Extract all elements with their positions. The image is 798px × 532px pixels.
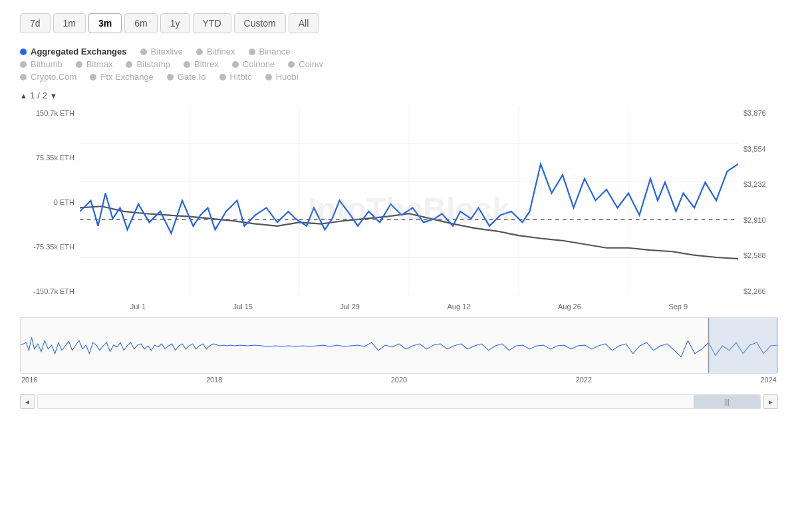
page-indicator: ▲ 1 / 2 ▼ bbox=[0, 88, 798, 106]
legend-label-huobi: Huobi bbox=[276, 72, 299, 82]
nav-x-label: 2022 bbox=[576, 376, 592, 384]
time-btn-6m[interactable]: 6m bbox=[124, 13, 157, 33]
legend-label-ftx: Ftx Exchange bbox=[100, 72, 154, 82]
time-btn-7d[interactable]: 7d bbox=[20, 13, 51, 33]
scrollbar-container: ◄ ||| ► bbox=[0, 392, 798, 412]
legend-dot-cryptocom bbox=[20, 74, 27, 80]
nav-x-label: 2024 bbox=[761, 376, 777, 384]
legend-item-ftx[interactable]: Ftx Exchange bbox=[90, 72, 154, 82]
legend-label-bittrex: Bittrex bbox=[194, 59, 219, 69]
y-right-label: $2,266 bbox=[743, 287, 778, 295]
y-right-label: $3,876 bbox=[743, 109, 778, 117]
y-left-label: 150.7k ETH bbox=[20, 109, 74, 117]
y-left-label: 75.35k ETH bbox=[20, 154, 74, 162]
legend-dot-bithumb bbox=[20, 61, 27, 68]
legend-label-gateio: Gate.Io bbox=[178, 72, 206, 82]
legend-item-hitbtc[interactable]: Hitbtc bbox=[219, 72, 252, 82]
nav-x-labels: 20162018202020222024 bbox=[20, 374, 778, 384]
legend-item-aggregated[interactable]: Aggregated Exchanges bbox=[20, 47, 127, 57]
legend-dot-binance bbox=[249, 49, 255, 55]
y-left-label: 0 ETH bbox=[20, 198, 74, 206]
y-axis-right: $3,876$3,554$3,232$2,910$2,588$2,266 bbox=[738, 106, 778, 312]
main-chart-svg bbox=[80, 106, 738, 295]
legend-row-2: BithumbBitmaxBitstampBittrexCoinoneCoinw bbox=[20, 59, 778, 69]
legend-label-coinone: Coinone bbox=[243, 59, 275, 69]
legend-label-bitstamp: Bitstamp bbox=[136, 59, 170, 69]
y-left-label: -150.7k ETH bbox=[20, 287, 74, 295]
time-range-bar: 7d1m3m6m1yYTDCustomAll bbox=[0, 0, 798, 40]
scrollbar-track[interactable]: ||| bbox=[37, 394, 761, 409]
legend-item-coinw[interactable]: Coinw bbox=[288, 59, 323, 69]
x-axis-label: Aug 12 bbox=[447, 303, 470, 311]
legend-label-bitfinex: Bitfinex bbox=[207, 47, 235, 57]
legend-item-gateio[interactable]: Gate.Io bbox=[167, 72, 206, 82]
x-axis-label: Aug 26 bbox=[558, 303, 581, 311]
legend-label-hitbtc: Hitbtc bbox=[230, 72, 252, 82]
navigator-container: 20162018202020222024 bbox=[0, 312, 798, 392]
scroll-left-button[interactable]: ◄ bbox=[20, 394, 35, 409]
y-axis-left: 150.7k ETH75.35k ETH0 ETH-75.35k ETH-150… bbox=[20, 106, 80, 312]
scrollbar-thumb[interactable]: ||| bbox=[694, 395, 760, 408]
scrollbar-handle-icon: ||| bbox=[722, 397, 732, 406]
x-axis-label: Jul 29 bbox=[340, 303, 360, 311]
legend-item-binance[interactable]: Binance bbox=[249, 47, 291, 57]
legend-dot-hitbtc bbox=[219, 74, 226, 80]
time-btn-1m[interactable]: 1m bbox=[53, 13, 86, 33]
legend-label-binance: Binance bbox=[259, 47, 291, 57]
navigator-wrapper[interactable] bbox=[20, 317, 778, 374]
legend-label-aggregated: Aggregated Exchanges bbox=[31, 47, 127, 57]
legend-item-bitexlive[interactable]: Bitexlive bbox=[140, 47, 183, 57]
x-axis-label: Sep 9 bbox=[668, 303, 688, 311]
time-btn-custom[interactable]: Custom bbox=[234, 13, 286, 33]
legend-item-bitfinex[interactable]: Bitfinex bbox=[196, 47, 235, 57]
legend-area: Aggregated ExchangesBitexliveBitfinexBin… bbox=[0, 40, 798, 88]
y-right-label: $2,910 bbox=[743, 216, 778, 224]
legend-dot-bitfinex bbox=[196, 49, 203, 55]
prev-page-icon[interactable]: ▲ bbox=[20, 92, 27, 100]
main-chart: 150.7k ETH75.35k ETH0 ETH-75.35k ETH-150… bbox=[0, 106, 798, 312]
legend-item-bitstamp[interactable]: Bitstamp bbox=[126, 59, 170, 69]
legend-dot-bittrex bbox=[184, 61, 190, 68]
svg-rect-11 bbox=[709, 318, 777, 373]
next-page-icon[interactable]: ▼ bbox=[50, 92, 57, 100]
legend-dot-gateio bbox=[167, 74, 174, 80]
legend-item-bithumb[interactable]: Bithumb bbox=[20, 59, 63, 69]
legend-dot-huobi bbox=[265, 74, 272, 80]
legend-item-cryptocom[interactable]: Crypto.Com bbox=[20, 72, 76, 82]
x-axis-label: Jul 15 bbox=[233, 303, 253, 311]
legend-dot-bitstamp bbox=[126, 61, 132, 68]
legend-dot-coinw bbox=[288, 61, 295, 68]
nav-x-label: 2018 bbox=[206, 376, 222, 384]
time-btn-3m[interactable]: 3m bbox=[88, 13, 122, 33]
legend-dot-bitmax bbox=[76, 61, 82, 68]
page-separator: / bbox=[37, 90, 40, 100]
legend-dot-ftx bbox=[90, 74, 96, 80]
legend-item-bittrex[interactable]: Bittrex bbox=[184, 59, 219, 69]
time-btn-1y[interactable]: 1y bbox=[160, 13, 190, 33]
page-total: 2 bbox=[43, 90, 47, 100]
legend-label-cryptocom: Crypto.Com bbox=[31, 72, 76, 82]
legend-label-bitmax: Bitmax bbox=[86, 59, 113, 69]
legend-dot-bitexlive bbox=[140, 49, 147, 55]
time-btn-all[interactable]: All bbox=[289, 13, 319, 33]
nav-x-label: 2016 bbox=[21, 376, 37, 384]
legend-row-3: Crypto.ComFtx ExchangeGate.IoHitbtcHuobi bbox=[20, 72, 778, 82]
chart-svg-area[interactable]: IntoTheBlock Jul bbox=[80, 106, 738, 312]
x-axis-label: Jul 1 bbox=[130, 303, 146, 311]
svg-rect-10 bbox=[21, 318, 777, 373]
legend-item-bitmax[interactable]: Bitmax bbox=[76, 59, 113, 69]
legend-label-coinw: Coinw bbox=[299, 59, 323, 69]
legend-item-coinone[interactable]: Coinone bbox=[232, 59, 275, 69]
time-btn-ytd[interactable]: YTD bbox=[193, 13, 231, 33]
y-right-label: $3,232 bbox=[743, 180, 778, 188]
legend-row-1: Aggregated ExchangesBitexliveBitfinexBin… bbox=[20, 47, 778, 57]
scroll-right-button[interactable]: ► bbox=[763, 394, 778, 409]
y-left-label: -75.35k ETH bbox=[20, 243, 74, 251]
page-current: 1 bbox=[30, 90, 35, 100]
legend-item-huobi[interactable]: Huobi bbox=[265, 72, 299, 82]
legend-dot-aggregated bbox=[20, 49, 27, 55]
y-right-label: $3,554 bbox=[743, 145, 778, 153]
nav-x-label: 2020 bbox=[391, 376, 407, 384]
navigator-svg bbox=[21, 318, 777, 373]
legend-label-bithumb: Bithumb bbox=[31, 59, 63, 69]
